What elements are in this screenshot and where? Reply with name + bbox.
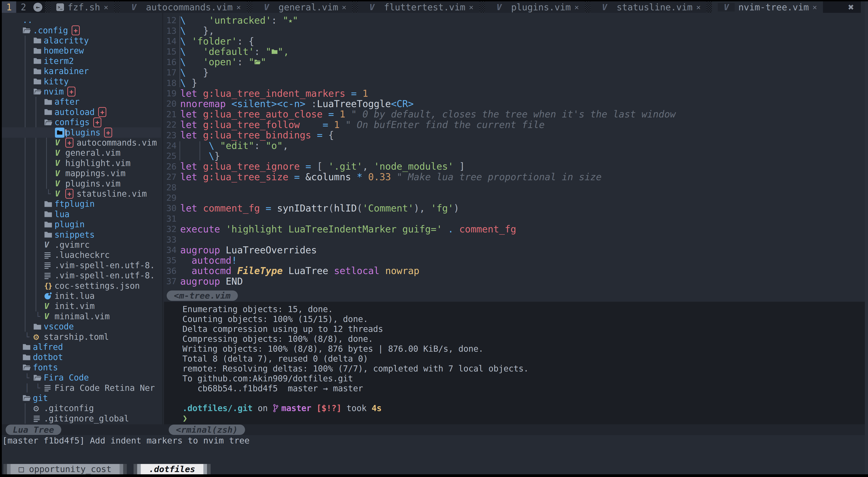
tree-item-karabiner[interactable]: karabiner [0,66,161,76]
tab-close-icon[interactable]: × [104,3,108,12]
folder-icon [23,343,31,350]
tree-item-autocommands.vim[interactable]: V+autocommands.vim [0,138,161,148]
tree-item-minimal.vim[interactable]: └Vminimal.vim [0,311,161,321]
tab-general.vim[interactable]: Vgeneral.vim× [252,1,352,13]
segment-fade [123,464,127,474]
tree-item-alacritty[interactable]: alacritty [0,36,161,46]
tree-item-autoload[interactable]: autoload+ [0,107,161,117]
tree-item-git[interactable]: git [0,393,161,403]
tree-item-.vim-spell-en.utf-8.[interactable]: .vim-spell-en.utf-8. [0,270,161,280]
tree-item-snippets[interactable]: snippets [0,230,161,240]
tree-item-general.vim[interactable]: Vgeneral.vim [0,148,161,158]
tab-close-icon[interactable]: × [812,3,817,12]
tab-close-icon[interactable]: × [574,3,579,12]
tree-item-nvim[interactable]: nvim+ [0,87,161,97]
tab-nvim-tree.vim[interactable]: Vnvim-tree.vim× [712,1,823,13]
filelines-icon [44,384,51,392]
history-back-button[interactable]: ← [31,1,45,13]
close-all-button[interactable]: ✖ [848,1,861,13]
tree-item-iterm2[interactable]: iterm2 [0,56,161,66]
tree-item-.vim-spell-en.utf-8.[interactable]: .vim-spell-en.utf-8. [0,260,161,270]
tree-item-.gvimrc[interactable]: V.gvimrc [0,240,161,250]
tree-item-label: git [33,393,48,403]
tree-item-.luacheckrc[interactable]: .luacheckrc [0,250,161,260]
tab-fluttertest.vim[interactable]: Vfluttertest.vim× [358,1,479,13]
tree-item-.gitconfig[interactable]: ⚙.gitconfig [0,403,161,413]
tree-item-mappings.vim[interactable]: Vmappings.vim [0,168,161,178]
tree-item-..[interactable]: .. [0,15,161,25]
terminal-line: cb68b54..f1bd4f5 master → master [182,383,363,393]
tree-item-plugin[interactable]: plugin [0,219,161,230]
code-line: execute 'highlight LuaTreeIndentMarker g… [180,224,516,234]
terminal-line: Counting objects: 100% (15/15), done. [182,314,368,324]
tree-item-.config[interactable]: .config+ [0,25,161,35]
folder-open-icon [44,119,52,126]
tree-item-starship.toml[interactable]: └⚙starship.toml [0,332,161,342]
tree-item-fonts[interactable]: fonts [0,363,161,373]
tab-plugins.vim[interactable]: Vplugins.vim× [485,1,585,13]
tab-statusline.vim[interactable]: Vstatusline.vim× [590,1,707,13]
folder-open-icon [44,119,52,126]
tab-fzf.sh[interactable]: >_fzf.sh× [51,1,114,13]
tab-separator [352,1,358,13]
folder-icon [44,98,52,105]
terminal-line: Writing objects: 100% (8/8), 876 bytes |… [182,344,484,354]
tab-separator [707,1,712,13]
segment-fade [207,464,211,474]
tmux-window--opportunity-cost[interactable]: □ opportunity_cost [3,464,127,474]
tab-close-icon[interactable]: × [696,3,701,12]
line-number: 30 [158,203,177,213]
tree-item-init.vim[interactable]: Vinit.vim [0,301,161,311]
folder-open-icon [23,364,31,371]
folder-open-icon [23,27,31,34]
tree-item-after[interactable]: after [0,97,161,107]
tab-page-2[interactable]: 2 [16,1,31,13]
folder-icon [23,354,31,361]
folder-open-icon [33,374,41,381]
terminal-line: .dotfiles/.git on master [$!?] took 4s [182,403,382,413]
tree-item-plugins.vim[interactable]: Vplugins.vim [0,178,161,189]
tree-item-coc-settings.json[interactable]: {}coc-settings.json [0,280,161,291]
tree-item-lua[interactable]: lua [0,209,161,219]
tree-item-fira-code[interactable]: └Fira Code [0,373,161,383]
editor-statusline-pill: <m-tree.vim [167,291,238,301]
tab-page-1[interactable]: 1 [2,1,16,13]
tree-item-label: nvim [44,87,64,97]
code-line: \ }, [180,26,214,36]
tmux-window-.dotfiles[interactable]: .dotfiles [133,464,211,474]
tree-item-homebrew[interactable]: homebrew [0,46,161,56]
tree-item-label: snippets [55,230,95,240]
line-number: 35 [158,255,177,266]
tree-item-label: .luacheckrc [55,250,110,260]
tree-item-alfred[interactable]: alfred [0,342,161,352]
tree-item-statusline.vim[interactable]: └V+statusline.vim [0,189,161,199]
tab-close-icon[interactable]: × [342,3,346,12]
tree-item-kitty[interactable]: kitty [0,76,161,87]
text-file-icon [33,415,40,422]
tree-item-fira-code-retina-ner[interactable]: │└Fira Code Retina Ner [0,383,161,393]
terminal-line: Compressing objects: 100% (8/8), done. [182,334,373,344]
tree-item-configs[interactable]: configs+ [0,117,161,127]
segment-fade [120,464,123,474]
tab-close-icon[interactable]: × [469,3,473,12]
tab-close-icon[interactable]: × [236,3,241,12]
tree-item-highlight.vim[interactable]: Vhighlight.vim [0,158,161,168]
tree-item-plugins[interactable]: plugins+ [0,127,161,137]
code-line: \ } [180,67,209,78]
tree-item-vscode[interactable]: vscode [0,321,161,332]
code-line: autocmd FileType LuaTree setlocal nowrap [180,266,420,276]
tree-item-label: init.lua [55,291,95,301]
tree-item-dotbot[interactable]: dotbot [0,352,161,362]
code-line: \} [180,151,220,161]
tree-item-label: highlight.vim [65,159,131,168]
folder-icon [44,201,52,208]
tree-item-ftplugin[interactable]: ftplugin [0,199,161,209]
code-line: \ 'default': "", [180,46,289,57]
tree-item-label: coc-settings.json [55,281,140,291]
code-line: let g:lua_tree_ignore = [ '.git', 'node_… [180,161,465,172]
tab-autocommands.vim[interactable]: Vautocommands.vim× [120,1,247,13]
tree-item-init.lua[interactable]: init.lua [0,291,161,301]
line-number: 33 [158,234,177,245]
tree-item-.gitignore-global[interactable]: .gitignore_global [0,414,161,424]
tree-item-label: .vim-spell-en.utf-8. [55,271,155,280]
